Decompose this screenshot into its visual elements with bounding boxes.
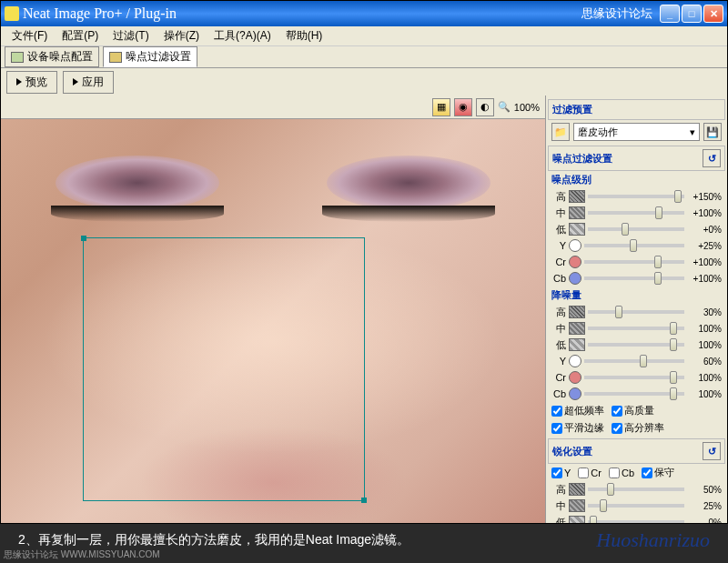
preset-row: 📁 磨皮动作▾ 💾 bbox=[548, 120, 725, 144]
preset-header: 过滤预置 bbox=[548, 99, 725, 120]
image-toolbar: ▦ ◉ ◐ 🔍 100% bbox=[1, 96, 545, 119]
tab-icon bbox=[11, 52, 24, 63]
side-panel: 过滤预置 📁 磨皮动作▾ 💾 噪点过滤设置↺ 噪点级别 高+150% 中+100… bbox=[545, 96, 727, 523]
sharp-thumb-icon bbox=[569, 499, 585, 512]
face-eye-right bbox=[327, 156, 490, 210]
preset-save-button[interactable]: 💾 bbox=[703, 123, 722, 141]
noise-thumb-icon bbox=[569, 306, 585, 318]
channel-y-icon bbox=[569, 239, 581, 252]
apply-button[interactable]: 应用 bbox=[63, 71, 114, 94]
channel-y-icon bbox=[569, 355, 581, 367]
menu-tool[interactable]: 工具(?A)(A) bbox=[207, 26, 278, 45]
minimize-button[interactable]: _ bbox=[660, 5, 680, 23]
menubar: 文件(F) 配置(P) 过滤(T) 操作(Z) 工具(?A)(A) 帮助(H) bbox=[1, 26, 727, 46]
noise-thumb-icon bbox=[569, 206, 585, 219]
slider-sharp-lo[interactable] bbox=[588, 516, 684, 523]
sharp-thumb-icon bbox=[569, 483, 585, 496]
signature: Huoshanrizuo bbox=[596, 528, 710, 552]
chevron-down-icon: ▾ bbox=[690, 126, 695, 138]
app-window: Neat Image Pro+ / Plug-in 思缘设计论坛 _ □ ✕ 文… bbox=[0, 0, 728, 524]
menu-help[interactable]: 帮助(H) bbox=[278, 26, 330, 45]
titlebar[interactable]: Neat Image Pro+ / Plug-in 思缘设计论坛 _ □ ✕ bbox=[1, 1, 727, 26]
menu-file[interactable]: 文件(F) bbox=[5, 26, 55, 45]
slider-reduce-lo[interactable] bbox=[588, 338, 684, 351]
title-text: Neat Image Pro+ / Plug-in bbox=[23, 5, 581, 22]
reset-button[interactable]: ↺ bbox=[703, 149, 721, 167]
menu-filter[interactable]: 过滤(T) bbox=[106, 26, 156, 45]
close-button[interactable]: ✕ bbox=[703, 5, 723, 23]
zoom-level[interactable]: 100% bbox=[514, 102, 540, 113]
slider-reduce-mid[interactable] bbox=[588, 322, 684, 335]
reset-button[interactable]: ↺ bbox=[703, 442, 721, 460]
slider-level-lo[interactable] bbox=[588, 223, 684, 236]
face-eye-left bbox=[56, 156, 219, 210]
check-high-quality[interactable]: 高质量 bbox=[612, 404, 654, 417]
play-icon bbox=[73, 78, 78, 85]
window-buttons: _ □ ✕ bbox=[660, 5, 723, 23]
channel-cr-icon bbox=[569, 256, 581, 268]
app-icon bbox=[5, 6, 19, 21]
tab-noise-filter[interactable]: 噪点过滤设置 bbox=[103, 46, 197, 67]
slider-level-y[interactable] bbox=[584, 239, 684, 252]
slider-sharp-hi[interactable] bbox=[588, 483, 684, 496]
preview-button[interactable]: 预览 bbox=[6, 71, 57, 94]
slider-reduce-y[interactable] bbox=[584, 355, 684, 367]
noise-reduce-header: 降噪量 bbox=[548, 287, 725, 304]
check-sharp-conservative[interactable]: 保守 bbox=[642, 466, 674, 479]
menu-config[interactable]: 配置(P) bbox=[55, 26, 106, 45]
title-watermark: 思缘设计论坛 bbox=[581, 5, 652, 22]
selection-box[interactable] bbox=[83, 237, 365, 501]
noise-thumb-icon bbox=[569, 338, 585, 351]
watermark-text: 思缘设计论坛 WWW.MISSYUAN.COM bbox=[4, 548, 160, 561]
tab-device-noise[interactable]: 设备噪点配置 bbox=[5, 46, 99, 67]
filter-settings-header: 噪点过滤设置↺ bbox=[548, 146, 725, 171]
slider-reduce-cb[interactable] bbox=[584, 387, 684, 400]
slider-sharp-mid[interactable] bbox=[588, 499, 684, 512]
check-sharp-y[interactable]: Y bbox=[551, 466, 571, 479]
image-preview[interactable] bbox=[1, 119, 545, 523]
main-area: ▦ ◉ ◐ 🔍 100% 过滤预置 📁 磨皮动作▾ 💾 bbox=[1, 96, 727, 523]
play-icon bbox=[16, 78, 22, 85]
check-sharp-cr[interactable]: Cr bbox=[578, 466, 602, 479]
channel-cb-icon bbox=[569, 272, 581, 285]
preset-dropdown[interactable]: 磨皮动作▾ bbox=[573, 123, 700, 141]
check-high-res[interactable]: 高分辨率 bbox=[612, 421, 664, 435]
slider-reduce-cr[interactable] bbox=[584, 371, 684, 384]
slider-level-cr[interactable] bbox=[584, 256, 684, 268]
toolbar: 预览 应用 bbox=[1, 68, 727, 96]
preset-open-button[interactable]: 📁 bbox=[551, 123, 570, 141]
channel-cr-icon bbox=[569, 371, 581, 384]
tab-bar: 设备噪点配置 噪点过滤设置 bbox=[1, 46, 727, 68]
noise-thumb-icon bbox=[569, 322, 585, 335]
sharpen-header: 锐化设置↺ bbox=[548, 438, 725, 464]
tab-icon bbox=[109, 52, 122, 63]
slider-reduce-hi[interactable] bbox=[588, 306, 684, 318]
image-panel: ▦ ◉ ◐ 🔍 100% bbox=[1, 96, 545, 523]
noise-thumb-icon bbox=[569, 223, 585, 236]
menu-operation[interactable]: 操作(Z) bbox=[157, 26, 207, 45]
magnifier-icon[interactable]: 🔍 bbox=[498, 101, 511, 113]
check-smooth-edges[interactable]: 平滑边缘 bbox=[551, 421, 604, 435]
face-lash-right bbox=[322, 206, 495, 222]
slider-level-mid[interactable] bbox=[588, 206, 684, 219]
sharp-thumb-icon bbox=[569, 516, 585, 523]
noise-thumb-icon bbox=[569, 190, 585, 203]
slider-level-hi[interactable] bbox=[588, 190, 684, 203]
maximize-button[interactable]: □ bbox=[682, 5, 702, 23]
view-mode-button[interactable]: ▦ bbox=[432, 98, 450, 116]
check-sharp-cb[interactable]: Cb bbox=[609, 466, 634, 479]
face-lash-left bbox=[51, 206, 224, 222]
caption-text: 2、再复制一层，用你最擅长的方法磨皮，我用的是Neat Image滤镜。 bbox=[18, 532, 410, 548]
slider-level-cb[interactable] bbox=[584, 272, 684, 285]
check-very-low-freq[interactable]: 超低频率 bbox=[551, 404, 604, 417]
split-view-button[interactable]: ◐ bbox=[476, 98, 494, 116]
color-mode-button[interactable]: ◉ bbox=[454, 98, 472, 116]
noise-level-header: 噪点级别 bbox=[548, 171, 725, 188]
channel-cb-icon bbox=[569, 387, 581, 400]
